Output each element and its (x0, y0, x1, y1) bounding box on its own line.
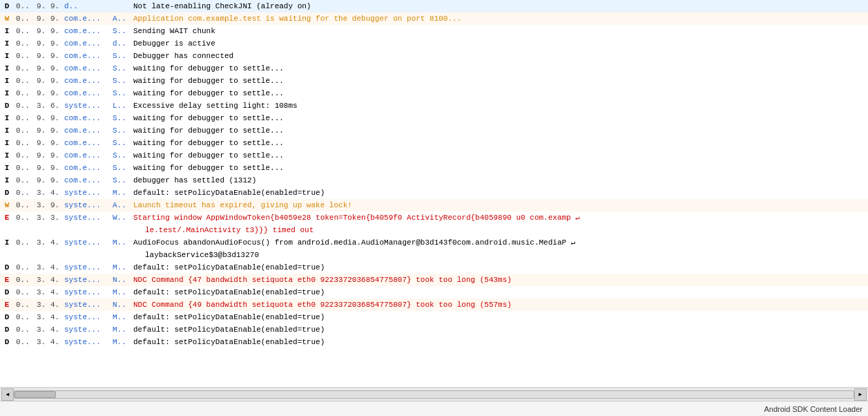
log-num3: 4. (48, 286, 62, 299)
h-scroll-track[interactable] (14, 390, 854, 399)
table-row[interactable]: I 0.. 9. 9. com.e... S.. waiting for deb… (0, 149, 868, 162)
table-row[interactable]: I 0.. 9. 9. com.e... S.. waiting for deb… (0, 162, 868, 174)
table-row[interactable]: D 0.. 3. 4. syste... M.. default: setPol… (0, 286, 868, 299)
log-num3: 4. (48, 323, 62, 336)
log-num3: 9. (48, 12, 62, 25)
log-tag: syste... (62, 323, 110, 336)
log-level: D (0, 0, 14, 12)
log-message: default: setPolicyDataEnable(enabled=tru… (131, 286, 868, 299)
table-row[interactable]: D 0.. 3. 4. syste... M.. default: setPol… (0, 323, 868, 336)
log-num3: 9. (48, 62, 62, 75)
log-sub: M.. (110, 187, 131, 199)
log-num2: 3. (35, 236, 48, 249)
log-num1: 0.. (14, 336, 35, 348)
log-tag: com.e... (62, 162, 110, 174)
log-message: Launch timeout has expired, giving up wa… (131, 199, 868, 211)
log-level: I (0, 149, 14, 162)
log-num3: 9. (48, 50, 62, 62)
log-num1: 0.. (14, 274, 35, 286)
log-level: I (0, 87, 14, 100)
scroll-left-button[interactable]: ◀ (1, 388, 14, 401)
table-row[interactable]: E 0.. 3. 4. syste... N.. NDC Command {49… (0, 299, 868, 311)
log-message: AudioFocus abandonAudioFocus() from andr… (131, 236, 868, 249)
log-num3: 9. (48, 112, 62, 124)
log-tag: syste... (62, 236, 110, 249)
table-row: le.test/.MainActivity t3}}} timed out (0, 224, 868, 236)
log-num1: 0.. (14, 299, 35, 311)
table-row[interactable]: I 0.. 9. 9. com.e... S.. waiting for deb… (0, 124, 868, 137)
table-row[interactable]: I 0.. 9. 9. com.e... S.. waiting for deb… (0, 87, 868, 100)
log-tag: syste... (62, 100, 110, 112)
table-row[interactable]: E 0.. 3. 4. syste... N.. NDC Command {47… (0, 274, 868, 286)
log-sub: M.. (110, 261, 131, 274)
table-row[interactable]: E 0.. 3. 3. syste... W.. Starting window… (0, 211, 868, 224)
log-level: D (0, 261, 14, 274)
table-row[interactable]: I 0.. 9. 9. com.e... S.. waiting for deb… (0, 75, 868, 87)
log-level: I (0, 236, 14, 249)
table-row[interactable]: D 0.. 3. 4. syste... M.. default: setPol… (0, 311, 868, 323)
log-num1: 0.. (14, 286, 35, 299)
table-row[interactable]: D 0.. 3. 4. syste... M.. default: setPol… (0, 336, 868, 348)
log-num3: 4. (48, 274, 62, 286)
table-row[interactable]: I 0.. 9. 9. com.e... S.. Sending WAIT ch… (0, 25, 868, 37)
log-scroll-area[interactable]: D 0.. 9. 9. d.. Not late-enabling CheckJ… (0, 0, 868, 387)
log-num1: 0.. (14, 87, 35, 100)
horizontal-scrollbar[interactable]: ◀ ▶ (0, 387, 868, 401)
status-text: Android SDK Content Loader (764, 405, 862, 413)
log-num2: 3. (35, 211, 48, 224)
log-num3: 9. (48, 87, 62, 100)
table-row[interactable]: I 0.. 9. 9. com.e... d.. Debugger is act… (0, 37, 868, 50)
log-num1: 0.. (14, 311, 35, 323)
h-scroll-thumb[interactable] (15, 391, 56, 398)
log-num2: 9. (35, 112, 48, 124)
log-num3: 9. (48, 75, 62, 87)
log-level: I (0, 112, 14, 124)
table-row[interactable]: I 0.. 9. 9. com.e... S.. Debugger has co… (0, 50, 868, 62)
log-num3: 9. (48, 0, 62, 12)
log-message: waiting for debugger to settle... (131, 162, 868, 174)
log-level: E (0, 211, 14, 224)
log-tag: com.e... (62, 87, 110, 100)
table-row[interactable]: D 0.. 3. 4. syste... M.. default: setPol… (0, 187, 868, 199)
table-row[interactable]: W 0.. 3. 9. syste... A.. Launch timeout … (0, 199, 868, 211)
log-num2: 9. (35, 0, 48, 12)
log-sub: M.. (110, 311, 131, 323)
table-row[interactable]: W 0.. 9. 9. com.e... A.. Application com… (0, 12, 868, 25)
table-row[interactable]: I 0.. 3. 4. syste... M.. AudioFocus aban… (0, 236, 868, 249)
table-row[interactable]: D 0.. 3. 6. syste... L.. Excessive delay… (0, 100, 868, 112)
scroll-right-button[interactable]: ▶ (854, 388, 867, 401)
log-num2: 3. (35, 311, 48, 323)
log-message: default: setPolicyDataEnable(enabled=tru… (131, 311, 868, 323)
log-message: waiting for debugger to settle... (131, 124, 868, 137)
log-tag: syste... (62, 299, 110, 311)
log-num3: 9. (48, 199, 62, 211)
log-num3: 9. (48, 25, 62, 37)
log-num3: 4. (48, 236, 62, 249)
table-row[interactable]: I 0.. 9. 9. com.e... S.. debugger has se… (0, 174, 868, 187)
log-num2: 3. (35, 286, 48, 299)
log-num1: 0.. (14, 211, 35, 224)
log-level: D (0, 286, 14, 299)
log-num2: 9. (35, 137, 48, 149)
log-sub: S.. (110, 124, 131, 137)
table-row[interactable]: D 0.. 9. 9. d.. Not late-enabling CheckJ… (0, 0, 868, 12)
log-sub: S.. (110, 87, 131, 100)
log-message: Not late-enabling CheckJNI (already on) (131, 0, 868, 12)
log-num1: 0.. (14, 25, 35, 37)
log-level: I (0, 174, 14, 187)
log-message: waiting for debugger to settle... (131, 62, 868, 75)
table-row[interactable]: I 0.. 9. 9. com.e... S.. waiting for deb… (0, 62, 868, 75)
log-num1: 0.. (14, 236, 35, 249)
log-message: default: setPolicyDataEnable(enabled=tru… (131, 261, 868, 274)
table-row[interactable]: D 0.. 3. 4. syste... M.. default: setPol… (0, 261, 868, 274)
table-row[interactable]: I 0.. 9. 9. com.e... S.. waiting for deb… (0, 112, 868, 124)
log-num2: 9. (35, 87, 48, 100)
table-row[interactable]: I 0.. 9. 9. com.e... S.. waiting for deb… (0, 137, 868, 149)
log-continuation: le.test/.MainActivity t3}}} timed out (131, 224, 868, 236)
log-table: D 0.. 9. 9. d.. Not late-enabling CheckJ… (0, 0, 868, 348)
log-sub: S.. (110, 137, 131, 149)
log-num3: 4. (48, 187, 62, 199)
log-tag: syste... (62, 199, 110, 211)
log-num1: 0.. (14, 0, 35, 12)
log-num1: 0.. (14, 199, 35, 211)
